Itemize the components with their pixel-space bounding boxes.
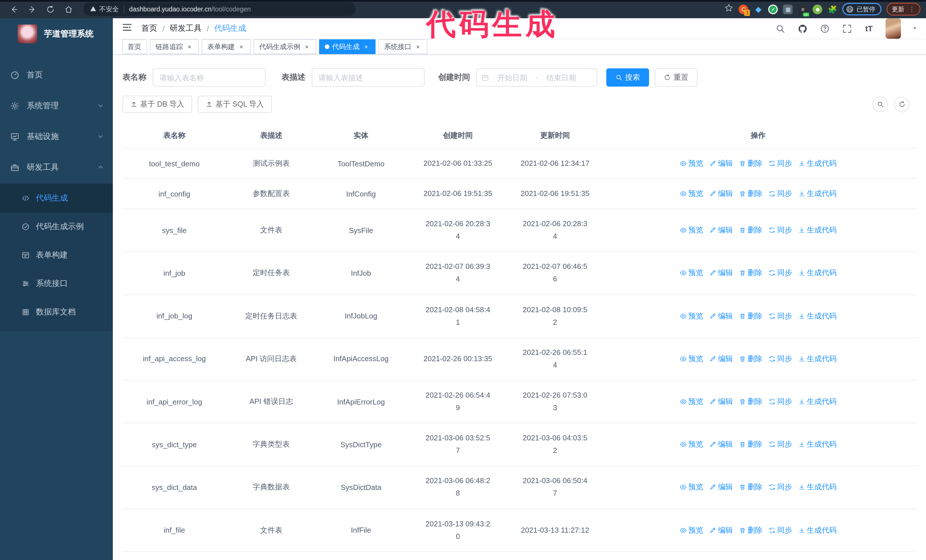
- table-desc-input[interactable]: [312, 68, 425, 87]
- extensions-puzzle-icon[interactable]: 🧩: [828, 4, 837, 14]
- generate-code-link[interactable]: 生成代码: [798, 482, 837, 492]
- sync-link[interactable]: 同步: [769, 225, 792, 235]
- table-row[interactable]: inf_config 参数配置表 InfConfig 2021-02-06 19…: [123, 179, 916, 209]
- generate-code-link[interactable]: 生成代码: [798, 525, 837, 535]
- preview-link[interactable]: 预览: [680, 354, 703, 364]
- sync-link[interactable]: 同步: [769, 158, 792, 169]
- delete-link[interactable]: 删除: [739, 189, 763, 199]
- tab-system-api[interactable]: 系统接口×: [378, 39, 427, 54]
- table-row[interactable]: sys_file 文件表 SysFile 2021-02-06 20:28:3 …: [123, 209, 916, 252]
- bookmark-star-icon[interactable]: [725, 3, 734, 15]
- edit-link[interactable]: 编辑: [710, 439, 733, 450]
- generate-code-link[interactable]: 生成代码: [798, 225, 837, 235]
- browser-reload-button[interactable]: [45, 4, 55, 14]
- generate-code-link[interactable]: 生成代码: [798, 158, 837, 169]
- tab-codegen[interactable]: 代码生成×: [319, 39, 375, 54]
- sidebar-item-system[interactable]: 系统管理: [0, 91, 113, 121]
- extension-check-icon[interactable]: ✓: [769, 4, 778, 14]
- table-row[interactable]: inf_api_error_log API 错误日志 InfApiErrorLo…: [123, 380, 916, 423]
- sync-link[interactable]: 同步: [769, 439, 792, 450]
- profile-paused-badge[interactable]: 😄已暂停: [843, 3, 882, 15]
- user-avatar[interactable]: [885, 18, 901, 39]
- preview-link[interactable]: 预览: [680, 158, 703, 169]
- delete-link[interactable]: 删除: [739, 311, 763, 321]
- extension-gem-icon[interactable]: ◆: [754, 4, 763, 14]
- close-icon[interactable]: ×: [186, 43, 193, 50]
- edit-link[interactable]: 编辑: [710, 158, 733, 169]
- tab-codegen-demo[interactable]: 代码生成示例×: [254, 39, 316, 54]
- search-icon[interactable]: [775, 23, 786, 34]
- browser-home-button[interactable]: [63, 4, 74, 14]
- generate-code-link[interactable]: 生成代码: [798, 268, 837, 278]
- sidebar-item-system-api[interactable]: 系统接口: [0, 269, 113, 298]
- end-date-input[interactable]: [540, 73, 583, 82]
- browser-update-button[interactable]: 更新⋮: [887, 3, 920, 15]
- delete-link[interactable]: 删除: [739, 354, 763, 364]
- sidebar-item-db-doc[interactable]: 数据库文档: [0, 298, 113, 326]
- sync-link[interactable]: 同步: [769, 268, 792, 278]
- delete-link[interactable]: 删除: [739, 525, 763, 535]
- app-logo-row[interactable]: 芋道管理系统: [0, 18, 113, 50]
- refresh-table-button[interactable]: [894, 97, 909, 112]
- edit-link[interactable]: 编辑: [710, 225, 733, 235]
- edit-link[interactable]: 编辑: [710, 268, 733, 278]
- sidebar-item-form-builder[interactable]: 表单构建: [0, 241, 113, 269]
- browser-forward-button[interactable]: [27, 4, 37, 14]
- preview-link[interactable]: 预览: [680, 439, 703, 450]
- sidebar-item-codegen[interactable]: 代码生成: [0, 184, 113, 213]
- delete-link[interactable]: 删除: [739, 439, 763, 450]
- generate-code-link[interactable]: 生成代码: [798, 397, 837, 407]
- extension-orange-icon[interactable]: C1: [739, 4, 749, 14]
- tab-tracing[interactable]: 链路追踪×: [150, 39, 199, 54]
- preview-link[interactable]: 预览: [680, 397, 703, 407]
- toggle-search-button[interactable]: [872, 97, 888, 112]
- reset-button[interactable]: 重置: [655, 68, 698, 87]
- delete-link[interactable]: 删除: [739, 268, 763, 278]
- sidebar-item-devtools[interactable]: 研发工具: [0, 152, 113, 183]
- table-row[interactable]: tool_test_demo 测试示例表 ToolTestDemo 2021-0…: [123, 148, 916, 179]
- sync-link[interactable]: 同步: [769, 482, 792, 492]
- close-icon[interactable]: ×: [414, 43, 422, 50]
- preview-link[interactable]: 预览: [680, 311, 703, 321]
- browser-back-button[interactable]: [9, 4, 19, 14]
- close-icon[interactable]: ×: [303, 43, 310, 50]
- browser-menu-icon[interactable]: ⋮: [908, 5, 915, 13]
- preview-link[interactable]: 预览: [680, 525, 703, 535]
- preview-link[interactable]: 预览: [680, 225, 703, 235]
- import-db-button[interactable]: 基于 DB 导入: [123, 96, 192, 113]
- address-bar[interactable]: 不安全 dashboard.yudao.iocoder.cn/tool/code…: [83, 2, 356, 16]
- preview-link[interactable]: 预览: [680, 189, 703, 199]
- close-icon[interactable]: ×: [238, 43, 245, 50]
- generate-code-link[interactable]: 生成代码: [798, 311, 837, 321]
- preview-link[interactable]: 预览: [680, 268, 703, 278]
- edit-link[interactable]: 编辑: [710, 189, 733, 199]
- start-date-input[interactable]: [491, 73, 533, 82]
- search-button[interactable]: 搜索: [606, 68, 649, 87]
- breadcrumb-devtools[interactable]: 研发工具: [170, 23, 202, 33]
- table-row[interactable]: inf_file 文件表 InfFile 2021-03-13 09:43:2 …: [123, 509, 916, 551]
- close-icon[interactable]: ×: [362, 43, 370, 50]
- sync-link[interactable]: 同步: [769, 525, 792, 535]
- font-size-icon[interactable]: tT: [863, 23, 875, 34]
- fullscreen-icon[interactable]: [841, 23, 852, 34]
- generate-code-link[interactable]: 生成代码: [798, 189, 837, 199]
- generate-code-link[interactable]: 生成代码: [798, 354, 837, 364]
- tab-form-builder[interactable]: 表单构建×: [202, 39, 251, 54]
- sync-link[interactable]: 同步: [769, 354, 792, 364]
- breadcrumb-home[interactable]: 首页: [141, 23, 157, 33]
- delete-link[interactable]: 删除: [739, 158, 763, 169]
- import-sql-button[interactable]: 基于 SQL 导入: [198, 96, 272, 113]
- edit-link[interactable]: 编辑: [710, 397, 733, 407]
- table-name-input[interactable]: [153, 68, 266, 87]
- caret-down-icon[interactable]: [912, 23, 918, 33]
- table-row[interactable]: sys_dict_type 字典类型表 SysDictType 2021-03-…: [123, 423, 916, 466]
- table-row[interactable]: sys_dict_data 字典数据表 SysDictData 2021-03-…: [123, 466, 916, 509]
- table-row[interactable]: inf_job 定时任务表 InfJob 2021-02-07 06:39:3 …: [123, 252, 916, 294]
- extension-on-icon[interactable]: ≡on: [798, 4, 808, 14]
- github-icon[interactable]: [797, 23, 808, 34]
- sidebar-item-infra[interactable]: 基础设施: [0, 121, 113, 152]
- table-row[interactable]: inf_api_access_log API 访问日志表 InfApiAcces…: [123, 338, 916, 380]
- delete-link[interactable]: 删除: [739, 397, 763, 407]
- delete-link[interactable]: 删除: [739, 482, 763, 492]
- delete-link[interactable]: 删除: [739, 225, 763, 235]
